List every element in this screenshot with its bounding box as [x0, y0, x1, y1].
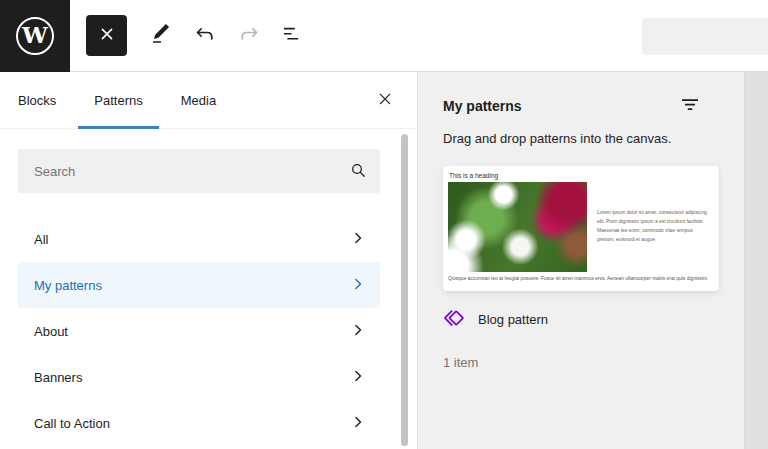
- pattern-item-blog-pattern[interactable]: Blog pattern: [443, 307, 548, 332]
- undo-icon: [193, 22, 217, 49]
- tab-blocks[interactable]: Blocks: [2, 72, 72, 128]
- editor-content: Blocks Patterns Media All: [0, 72, 768, 449]
- pattern-preview-card[interactable]: This is a heading Lorem ipsum dolor sit …: [443, 166, 719, 291]
- close-icon: [96, 23, 118, 48]
- inserter-sidebar: Blocks Patterns Media All: [0, 72, 418, 449]
- editor-canvas-edge: [745, 72, 768, 449]
- list-view-icon: [281, 22, 305, 49]
- filter-icon: [678, 93, 702, 120]
- pane-title: My patterns: [443, 98, 522, 114]
- category-label: All: [34, 232, 48, 247]
- close-inserter-button[interactable]: [86, 15, 127, 56]
- preview-caption: Quisque accumsan leo at feugiat posuere.…: [448, 276, 714, 281]
- search-box: [18, 149, 380, 193]
- preview-flowers-image: [448, 182, 587, 272]
- tab-media[interactable]: Media: [165, 72, 232, 128]
- category-label: About: [34, 324, 68, 339]
- search-icon: [348, 160, 368, 183]
- inserter-tabs: Blocks Patterns Media: [0, 72, 417, 129]
- category-all[interactable]: All: [18, 216, 380, 262]
- close-panel-button[interactable]: [367, 72, 403, 129]
- patterns-preview-pane: My patterns Drag and drop patterns into …: [418, 72, 745, 449]
- pane-subtitle: Drag and drop patterns into the canvas.: [443, 131, 744, 146]
- chevron-right-icon: [348, 320, 368, 343]
- sidebar-scrollbar[interactable]: [401, 134, 408, 446]
- list-view-button[interactable]: [271, 14, 315, 58]
- redo-button[interactable]: [227, 14, 271, 58]
- items-count: 1 item: [443, 355, 744, 370]
- category-label: Call to Action: [34, 416, 110, 431]
- wordpress-logo-button[interactable]: W: [0, 0, 70, 72]
- chevron-right-icon: [348, 412, 368, 435]
- wordpress-logo-icon: W: [16, 17, 54, 55]
- pattern-name: Blog pattern: [478, 312, 548, 327]
- chevron-right-icon: [348, 274, 368, 297]
- category-my-patterns[interactable]: My patterns: [18, 262, 380, 308]
- pencil-icon: [149, 22, 173, 49]
- pattern-category-list: All My patterns About Banners: [18, 216, 380, 446]
- undo-button[interactable]: [183, 14, 227, 58]
- chevron-right-icon: [348, 366, 368, 389]
- filter-button[interactable]: [678, 94, 702, 118]
- close-icon: [375, 89, 395, 112]
- preview-paragraph: Lorem ipsum dolor sit amet, consectetur …: [587, 209, 714, 244]
- tab-patterns[interactable]: Patterns: [78, 72, 158, 128]
- redo-icon: [237, 22, 261, 49]
- toolbar-right-button[interactable]: [642, 18, 768, 55]
- category-banners[interactable]: Banners: [18, 354, 380, 400]
- edit-mode-button[interactable]: [139, 14, 183, 58]
- category-label: Banners: [34, 370, 82, 385]
- category-about[interactable]: About: [18, 308, 380, 354]
- search-input[interactable]: [34, 164, 348, 179]
- category-call-to-action[interactable]: Call to Action: [18, 400, 380, 446]
- preview-heading: This is a heading: [449, 172, 714, 179]
- chevron-right-icon: [348, 228, 368, 251]
- synced-pattern-icon: [443, 307, 465, 332]
- category-label: My patterns: [34, 278, 102, 293]
- editor-top-bar: W: [0, 0, 768, 72]
